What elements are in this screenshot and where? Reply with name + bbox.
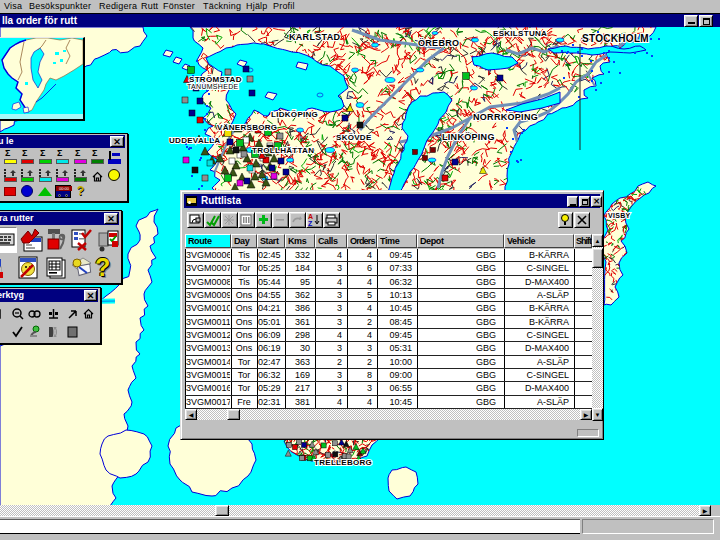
svg-text:NORRKÖPING: NORRKÖPING <box>473 112 538 122</box>
svg-text:TRELLEBORG: TRELLEBORG <box>314 458 372 467</box>
svg-text:SKÖVDE: SKÖVDE <box>336 133 372 142</box>
svg-text:TROLLHÄTTAN: TROLLHÄTTAN <box>252 146 314 155</box>
svg-text:LINKÖPING: LINKÖPING <box>442 132 495 142</box>
svg-text:VÄNERSBORG: VÄNERSBORG <box>217 123 277 132</box>
svg-text:KARLSTAD: KARLSTAD <box>289 32 340 42</box>
svg-text:LIDKÖPING: LIDKÖPING <box>271 110 318 119</box>
svg-text:VISBY: VISBY <box>608 212 631 219</box>
svg-text:STOCKHOLM: STOCKHOLM <box>582 33 649 44</box>
svg-text:UDDEVALLA: UDDEVALLA <box>169 136 220 145</box>
svg-text:Z: Z <box>308 220 313 227</box>
svg-text:ÖREBRO: ÖREBRO <box>418 38 459 48</box>
svg-text:ESKILSTUNA: ESKILSTUNA <box>493 29 547 38</box>
svg-text:TANUMSHEDE: TANUMSHEDE <box>187 83 239 90</box>
svg-text:A: A <box>308 213 313 220</box>
